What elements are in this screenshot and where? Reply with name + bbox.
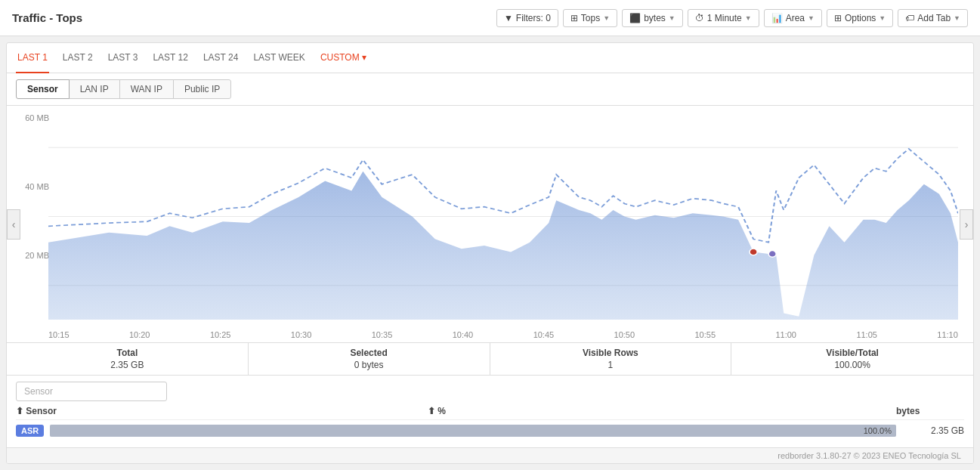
tab-custom[interactable]: CUSTOM ▾ xyxy=(319,43,368,73)
x-label-1015: 10:15 xyxy=(48,330,70,339)
svg-marker-3 xyxy=(48,172,958,320)
area-caret: ▼ xyxy=(808,14,815,22)
col-header-pct: ⬆ % xyxy=(428,406,896,416)
bytes-caret: ▼ xyxy=(669,14,675,22)
col-header-sensor: ⬆ Sensor xyxy=(16,406,428,416)
tab-last3[interactable]: LAST 3 xyxy=(107,43,140,73)
tab-lastweek[interactable]: LAST WEEK xyxy=(252,43,306,73)
x-label-1025: 10:25 xyxy=(210,330,231,339)
chart-nav-right[interactable]: › xyxy=(960,209,973,240)
sensor-badge-asr: ASR xyxy=(16,425,44,437)
stats-row: Total 2.35 GB Selected 0 bytes Visible R… xyxy=(7,342,973,375)
area-button[interactable]: 📊 Area ▼ xyxy=(764,9,822,27)
footer-text: redborder 3.1.80-27 © 2023 ENEO Tecnolog… xyxy=(778,451,961,460)
search-input[interactable] xyxy=(16,382,167,401)
grid-icon: ⊞ xyxy=(834,13,842,23)
chart-x-labels: 10:15 10:20 10:25 10:30 10:35 10:40 10:4… xyxy=(48,330,958,339)
options-caret: ▼ xyxy=(879,14,886,22)
x-label-1045: 10:45 xyxy=(533,330,555,339)
y-label-20mb: 20 MB xyxy=(25,251,49,260)
progress-cell: 100.0% xyxy=(50,425,896,437)
view-tab-wanip[interactable]: WAN IP xyxy=(119,79,174,99)
chart-dot-red xyxy=(750,249,757,255)
time-tabs: LAST 1 LAST 2 LAST 3 LAST 12 LAST 24 LAS… xyxy=(7,43,973,73)
view-tab-lanip[interactable]: LAN IP xyxy=(69,79,120,99)
tops-button[interactable]: ⊞ Tops ▼ xyxy=(563,9,617,27)
stat-visible-rows: Visible Rows 1 xyxy=(490,343,732,375)
chart-area: ‹ › 60 MB 40 MB 20 MB xyxy=(7,106,973,342)
tops-caret: ▼ xyxy=(603,14,610,22)
chart-icon: 📊 xyxy=(771,13,783,23)
top-bar-controls: ▼ Filters: 0 ⊞ Tops ▼ ⬛ bytes ▼ ⏱ 1 Minu… xyxy=(496,9,968,27)
addtab-caret: ▼ xyxy=(954,14,960,22)
x-label-1030: 10:30 xyxy=(291,330,312,339)
progress-pct-label: 100.0% xyxy=(864,426,892,435)
tops-icon: ⊞ xyxy=(570,13,578,23)
x-label-1100: 11:00 xyxy=(775,330,796,339)
stat-selected: Selected 0 bytes xyxy=(249,343,490,375)
view-tab-sensor[interactable]: Sensor xyxy=(16,79,70,99)
options-button[interactable]: ⊞ Options ▼ xyxy=(827,9,893,27)
x-label-1050: 10:50 xyxy=(614,330,635,339)
clock-icon: ⏱ xyxy=(695,13,704,23)
top-bar: Traffic - Tops ▼ Filters: 0 ⊞ Tops ▼ ⬛ b… xyxy=(0,0,980,36)
x-label-1040: 10:40 xyxy=(453,330,474,339)
filters-button[interactable]: ▼ Filters: 0 xyxy=(496,9,558,27)
tag-icon: 🏷 xyxy=(905,13,914,23)
stat-visible-total: Visible/Total 100.00% xyxy=(731,343,973,375)
page-title: Traffic - Tops xyxy=(12,11,82,24)
stat-total: Total 2.35 GB xyxy=(7,343,249,375)
view-tab-publicip[interactable]: Public IP xyxy=(173,79,231,99)
x-label-1035: 10:35 xyxy=(372,330,393,339)
footer-bar: redborder 3.1.80-27 © 2023 ENEO Tecnolog… xyxy=(7,447,973,463)
filter-icon: ▼ xyxy=(504,13,513,23)
view-tabs: Sensor LAN IP WAN IP Public IP xyxy=(7,73,973,106)
main-panel: LAST 1 LAST 2 LAST 3 LAST 12 LAST 24 LAS… xyxy=(6,42,974,464)
bytes-button[interactable]: ⬛ bytes ▼ xyxy=(622,9,683,27)
x-label-1105: 11:05 xyxy=(856,330,877,339)
x-label-1020: 10:20 xyxy=(129,330,150,339)
tab-last12[interactable]: LAST 12 xyxy=(151,43,189,73)
table-header-row: ⬆ Sensor ⬆ % bytes xyxy=(16,401,964,420)
chart-dot-purple xyxy=(768,251,776,258)
progress-bar-container: 100.0% xyxy=(50,425,896,437)
tab-last2[interactable]: LAST 2 xyxy=(61,43,94,73)
minute-caret: ▼ xyxy=(745,14,752,22)
bytes-icon: ⬛ xyxy=(629,13,641,23)
chart-svg xyxy=(48,113,958,320)
chart-nav-left[interactable]: ‹ xyxy=(7,209,20,240)
tab-last24[interactable]: LAST 24 xyxy=(202,43,240,73)
x-label-1055: 10:55 xyxy=(695,330,716,339)
table-section: ⬆ Sensor ⬆ % bytes ASR 100.0% 2.35 GB xyxy=(7,375,973,447)
y-label-60mb: 60 MB xyxy=(25,113,49,122)
addtab-button[interactable]: 🏷 Add Tab ▼ xyxy=(898,9,968,27)
bytes-value: 2.35 GB xyxy=(896,425,964,436)
minute-button[interactable]: ⏱ 1 Minute ▼ xyxy=(688,9,759,27)
progress-bar-fill xyxy=(50,425,896,437)
table-row: ASR 100.0% 2.35 GB xyxy=(16,420,964,441)
tab-last1[interactable]: LAST 1 xyxy=(16,43,49,73)
col-header-bytes: bytes xyxy=(896,406,964,416)
x-label-1110: 11:10 xyxy=(937,330,958,339)
y-label-40mb: 40 MB xyxy=(25,182,49,191)
